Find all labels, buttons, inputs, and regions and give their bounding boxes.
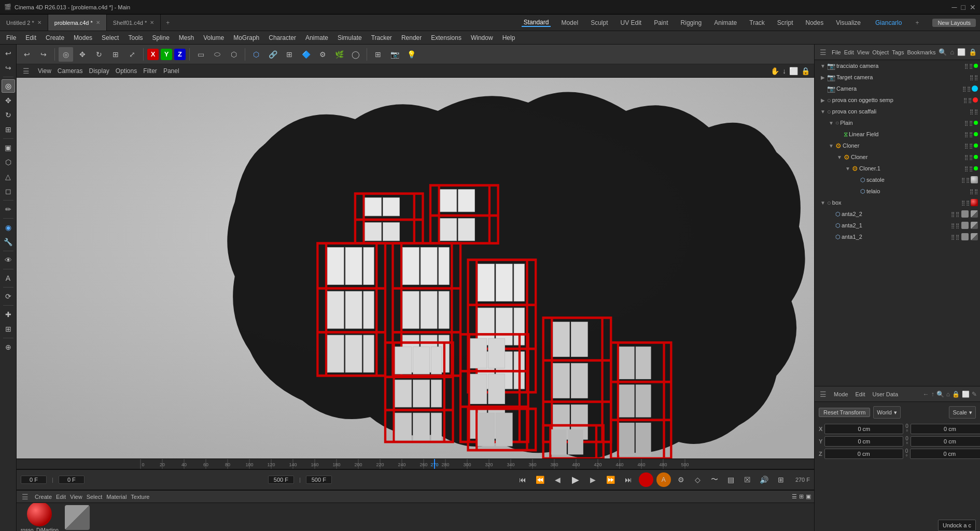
tool-rotate[interactable]: ↻ [2,108,15,122]
obj-tracciato-camera[interactable]: ▼ 📷 tracciato camera ⣿ ⣿ [815,60,980,71]
tool-scale[interactable]: ⊞ [2,123,15,136]
mode-animate[interactable]: Animate [712,19,739,26]
tool-live-selection[interactable]: ◎ [2,79,15,93]
tool-eye[interactable]: 👁 [2,253,15,267]
mat-hamburger[interactable]: ☰ [20,493,31,501]
obj-expand-icon[interactable]: ⬜ [957,48,965,56]
menu-modes[interactable]: Modes [69,33,96,42]
obj-menu-object[interactable]: Object [872,49,889,55]
mat-menu-edit[interactable]: Edit [56,494,66,500]
goto-end-button[interactable]: ⏭ [621,472,636,487]
tab-problema[interactable]: problema.c4d * ✕ [48,15,107,31]
toolbar-scale[interactable]: ⊞ [108,47,123,62]
mode-uvedit[interactable]: UV Edit [619,19,644,26]
tool-text[interactable]: A [2,271,15,285]
close-button[interactable]: ✕ [970,3,976,11]
new-layouts-button[interactable]: New Layouts [932,19,976,27]
viewport-hamburger[interactable]: ☰ [21,67,32,75]
viewport-menu-panel[interactable]: Panel [163,67,179,75]
toolbar-magnet[interactable]: 🔗 [265,47,280,62]
expand-plain[interactable]: ▼ [828,120,834,126]
expand-anta2-1[interactable] [828,222,834,228]
mode-rigging[interactable]: Rigging [679,19,704,26]
mode-track[interactable]: Track [747,19,767,26]
obj-menu-edit[interactable]: Edit [844,49,854,55]
tool-loop[interactable]: ⟳ [2,290,15,303]
extra-btn[interactable]: ⊞ [774,472,788,487]
mat-menu-texture[interactable]: Texture [131,494,149,500]
minimize-button[interactable]: ─ [952,3,957,11]
mat-menu-view[interactable]: View [70,494,82,500]
tab-problema-close[interactable]: ✕ [96,20,100,25]
expand-tracciato[interactable]: ▼ [820,63,826,69]
prev-frame-button[interactable]: ⏪ [533,472,548,487]
mat-view-list[interactable]: ☰ [792,493,797,500]
scale-dropdown[interactable]: Scale ▾ [949,406,976,419]
toolbar-transform[interactable]: ⤢ [125,47,139,62]
obj-home-icon[interactable]: ⌂ [950,48,954,56]
tool-obj3[interactable]: △ [2,170,15,183]
viewport-menu-view[interactable]: View [38,67,51,75]
tab-add-button[interactable]: + [161,15,175,31]
obj-plain[interactable]: ▼ ○ Plain ⣿ ⣿ [815,117,980,128]
expand-anta1-2[interactable] [828,234,834,240]
props-mode-edit[interactable]: Edit [853,390,867,398]
tool-scene1[interactable]: ◉ [2,221,15,234]
props-expand2-icon[interactable]: ⬜ [962,391,970,398]
obj-search-icon[interactable]: 🔍 [939,48,947,56]
material-rosso[interactable]: rosso_DiMartino [21,503,59,531]
ik-btn[interactable]: ☒ [740,472,755,487]
expand-scatole[interactable] [853,177,859,183]
props-lock2-icon[interactable]: 🔒 [952,391,960,398]
viewport-expand-icon[interactable]: ⬜ [789,67,798,75]
tab-shelf[interactable]: Shelf01.c4d * ✕ [107,15,161,31]
toolbar-rect-sel[interactable]: ▭ [193,47,208,62]
record-button[interactable] [639,472,653,487]
toolbar-live-sel[interactable]: ◎ [59,47,73,62]
viewport-lock-icon[interactable]: 🔒 [801,67,810,75]
obj-cloner-1-l3[interactable]: ▼ ⚙ Cloner.1 ⣿ ⣿ [815,163,980,174]
obj-menu-view[interactable]: View [857,49,870,55]
tab-untitled2[interactable]: Untitled 2 * ✕ [0,15,48,31]
expand-cloner-1-l3[interactable]: ▼ [845,165,851,171]
start-frame-display[interactable]: 0 F [21,476,47,484]
viewport-arrow-icon[interactable]: ↓ [782,67,786,75]
auto-key-button[interactable]: A [656,472,671,487]
menu-create[interactable]: Create [41,33,68,42]
toolbar-spline2[interactable]: ◯ [348,47,363,62]
viewport-menu-cameras[interactable]: Cameras [58,67,83,75]
layer-btn[interactable]: ▤ [724,472,738,487]
tool-plus2[interactable]: ⊕ [2,340,15,354]
menu-character[interactable]: Character [264,33,300,42]
viewport[interactable] [17,78,814,458]
obj-linear-field[interactable]: ⧖ Linear Field ⣿ ⣿ [815,128,980,140]
preview-end-display[interactable]: 500 F [306,476,332,484]
toolbar-grid-view[interactable]: ⊞ [282,47,297,62]
toolbar-move[interactable]: ✥ [75,47,90,62]
expand-cloner-l1[interactable]: ▼ [828,142,834,149]
z-position-field[interactable] [824,449,903,459]
mat-view-grid[interactable]: ⊞ [799,493,804,500]
material-gray1[interactable] [65,505,90,530]
menu-window[interactable]: Window [467,33,497,42]
obj-menu-tags[interactable]: Tags [892,49,904,55]
expand-target[interactable]: ▶ [820,74,826,80]
obj-anta2-1[interactable]: ⬡ anta2_1 ⣿ ⣿ [815,220,980,231]
prev-key-button[interactable]: ◀ [551,472,565,487]
current-frame-display[interactable]: 0 F [59,476,85,484]
viewport-menu-options[interactable]: Options [116,67,137,75]
obj-lock-icon[interactable]: 🔒 [969,48,977,56]
props-edit-icon[interactable]: ✎ [972,391,977,398]
mat-menu-select[interactable]: Select [87,494,103,500]
toolbar-viewport-cube[interactable]: ⬡ [249,47,263,62]
tool-redo[interactable]: ↪ [2,61,15,75]
props-mode-userdata[interactable]: User Data [871,390,901,398]
obj-target-camera[interactable]: ▶ 📷 Target camera ⣿ ⣿ [815,71,980,83]
viewport-menu-filter[interactable]: Filter [143,67,157,75]
props-mode-mode[interactable]: Mode [832,390,850,398]
toolbar-light[interactable]: 💡 [404,47,418,62]
tool-cross[interactable]: ✚ [2,308,15,321]
tab-shelf-close[interactable]: ✕ [150,20,154,25]
tool-move[interactable]: ✥ [2,94,15,107]
expand-linear-field[interactable] [836,131,843,137]
